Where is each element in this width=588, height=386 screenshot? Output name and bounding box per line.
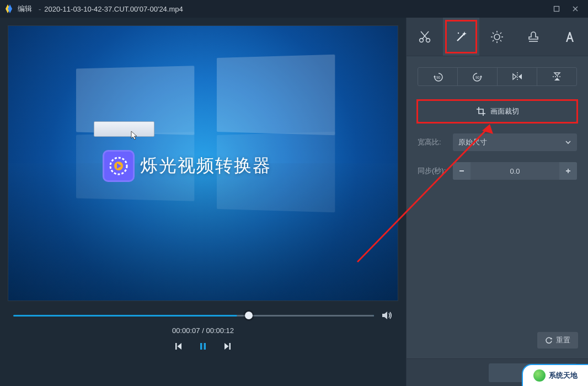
scissors-icon — [418, 30, 432, 44]
svg-marker-39 — [554, 78, 560, 81]
app-logo-icon — [4, 4, 13, 13]
stamp-icon — [526, 30, 541, 44]
svg-line-27 — [493, 40, 494, 41]
aspect-label: 宽高比: — [418, 137, 447, 147]
site-badge-text: 系统天地 — [549, 371, 578, 380]
tab-cut[interactable] — [407, 18, 443, 56]
globe-icon — [533, 369, 546, 382]
svg-marker-43 — [550, 337, 553, 340]
text-icon — [563, 30, 577, 44]
tab-watermark[interactable] — [515, 18, 552, 56]
titlebar: 编辑 - 2020-11-03-10-42-37.CUT.00'07-00'24… — [0, 0, 588, 18]
aspect-select[interactable]: 原始尺寸 — [453, 133, 577, 151]
svg-line-28 — [500, 33, 501, 34]
brand-row: 烁光视频转换器 — [103, 150, 271, 182]
svg-rect-10 — [200, 343, 202, 350]
svg-line-26 — [500, 40, 501, 41]
rotate-flip-group: 90 90 — [418, 67, 577, 86]
tool-tabs — [407, 18, 588, 56]
refresh-icon — [545, 336, 553, 344]
svg-text:90: 90 — [475, 76, 479, 79]
volume-icon[interactable] — [382, 310, 393, 320]
sync-label: 同步(秒): — [418, 166, 447, 176]
tab-effects[interactable] — [443, 18, 479, 56]
rotate-left-button[interactable]: 90 — [418, 68, 458, 85]
svg-line-25 — [493, 33, 494, 34]
flip-horizontal-button[interactable] — [498, 68, 537, 85]
time-total: 00:00:12 — [206, 326, 234, 335]
mouse-cursor-icon — [131, 131, 138, 141]
svg-marker-30 — [434, 76, 436, 77]
svg-rect-12 — [229, 343, 231, 350]
reset-button[interactable]: 重置 — [537, 332, 578, 349]
tab-adjust[interactable] — [479, 18, 516, 56]
next-frame-button[interactable] — [222, 341, 232, 351]
stepper-decrease-button[interactable] — [453, 162, 471, 180]
reset-label: 重置 — [556, 335, 570, 345]
title-filename: 2020-11-03-10-42-37.CUT.00'07-00'24.mp4 — [44, 5, 548, 13]
svg-rect-8 — [175, 343, 177, 350]
sync-stepper: 0.0 — [453, 162, 577, 180]
title-separator: - — [39, 5, 41, 13]
svg-marker-13 — [224, 343, 229, 350]
rotate-right-button[interactable]: 90 — [458, 68, 498, 85]
aspect-value: 原始尺寸 — [458, 137, 487, 147]
svg-marker-36 — [518, 74, 522, 79]
prev-frame-button[interactable] — [174, 341, 184, 351]
svg-line-18 — [457, 34, 464, 41]
time-display: 00:00:07 / 00:00:12 — [13, 326, 393, 335]
stepper-increase-button[interactable] — [559, 162, 577, 180]
preview-selection-box — [94, 121, 154, 137]
site-badge: 系统天地 — [522, 364, 588, 386]
window-maximize-button[interactable] — [548, 2, 565, 15]
svg-marker-35 — [513, 74, 516, 79]
window-close-button[interactable] — [567, 2, 584, 15]
svg-point-15 — [426, 38, 430, 42]
play-pause-button[interactable] — [198, 341, 208, 351]
seek-bar[interactable] — [13, 310, 393, 321]
sync-value: 0.0 — [471, 162, 559, 180]
time-elapsed: 00:00:07 — [172, 326, 200, 335]
svg-point-14 — [419, 38, 423, 42]
svg-point-19 — [457, 32, 458, 33]
svg-text:90: 90 — [436, 76, 440, 79]
chevron-down-icon — [565, 139, 571, 146]
crop-icon — [476, 106, 486, 116]
svg-marker-9 — [178, 343, 182, 350]
brand-text: 烁光视频转换器 — [140, 154, 271, 178]
title-label: 编辑 — [18, 4, 32, 14]
svg-point-20 — [494, 34, 500, 40]
svg-marker-38 — [554, 73, 560, 76]
svg-rect-2 — [554, 7, 559, 12]
crop-button[interactable]: 画面裁切 — [418, 100, 577, 122]
crop-button-label: 画面裁切 — [490, 106, 519, 116]
video-preview[interactable]: 烁光视频转换器 — [8, 25, 398, 301]
brand-app-icon — [103, 150, 135, 182]
tab-text[interactable] — [552, 18, 588, 56]
brightness-icon — [490, 30, 504, 44]
svg-marker-32 — [480, 76, 482, 77]
flip-vertical-button[interactable] — [537, 68, 576, 85]
svg-rect-11 — [204, 343, 206, 350]
seek-thumb[interactable] — [245, 312, 253, 319]
magic-wand-icon — [453, 29, 469, 45]
